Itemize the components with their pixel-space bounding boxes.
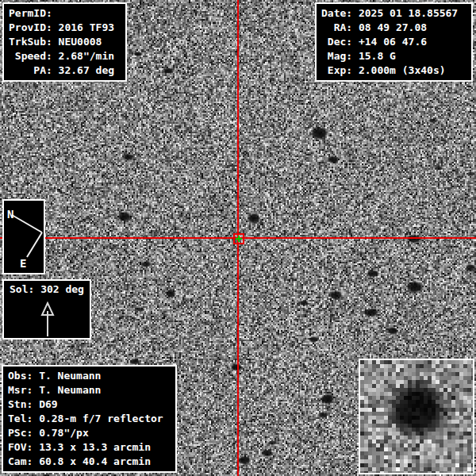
target-cross-icon xyxy=(238,236,240,242)
observer-info-line: FOV: 13.3 x 13.3 arcmin xyxy=(8,440,171,455)
compass-east-label: E xyxy=(20,257,26,270)
compass-north-label: N xyxy=(7,208,13,221)
object-info-line: Speed: 2.68"/min xyxy=(9,49,121,63)
observation-info-line: Exp: 2.000m (3x40s) xyxy=(321,63,466,78)
compass-panel: N E xyxy=(2,199,45,274)
observation-info-line: Dec: +14 06 47.6 xyxy=(321,35,466,49)
observation-info-line: Mag: 15.8 G xyxy=(321,49,466,63)
observer-info-line: Obs: T. Neumann xyxy=(8,369,171,383)
object-info-line: TrkSub: NEU0008 xyxy=(9,35,121,49)
astrometry-viewer: PermID: ProvID: 2016 TF93 TrkSub: NEU000… xyxy=(0,0,476,476)
observation-info-line: RA: 08 49 27.08 xyxy=(321,21,466,35)
observer-info-panel: Obs: T. Neumann Msr: T. Neumann Stn: D69… xyxy=(2,365,177,473)
observer-info-line: Stn: D69 xyxy=(8,397,171,412)
object-info-line: PA: 32.67 deg xyxy=(9,63,121,78)
target-marker-box xyxy=(233,233,244,244)
sun-direction-arrow-icon xyxy=(4,301,91,338)
observer-info-line: Tel: 0.28-m f/7 reflector xyxy=(8,412,171,426)
sun-angle-text: Sol: 302 deg xyxy=(10,282,90,297)
observer-info-line: PSc: 0.78"/px xyxy=(8,426,171,440)
object-info-line: ProvID: 2016 TF93 xyxy=(9,21,121,35)
target-zoom-inset xyxy=(359,359,474,474)
observer-info-line: Cam: 60.8 x 40.4 arcmin xyxy=(8,455,171,469)
target-zoom-canvas xyxy=(360,360,473,473)
observation-info-line: Date: 2025 01 18.85567 xyxy=(321,6,466,21)
compass-rose-icon: N E xyxy=(4,201,44,273)
observer-info-line: Msr: T. Neumann xyxy=(8,383,171,397)
object-info-panel: PermID: ProvID: 2016 TF93 TrkSub: NEU000… xyxy=(2,2,127,82)
object-info-line: PermID: xyxy=(9,6,121,21)
observation-info-panel: Date: 2025 01 18.85567 RA: 08 49 27.08 D… xyxy=(315,2,473,82)
sun-angle-panel: Sol: 302 deg xyxy=(2,279,91,340)
